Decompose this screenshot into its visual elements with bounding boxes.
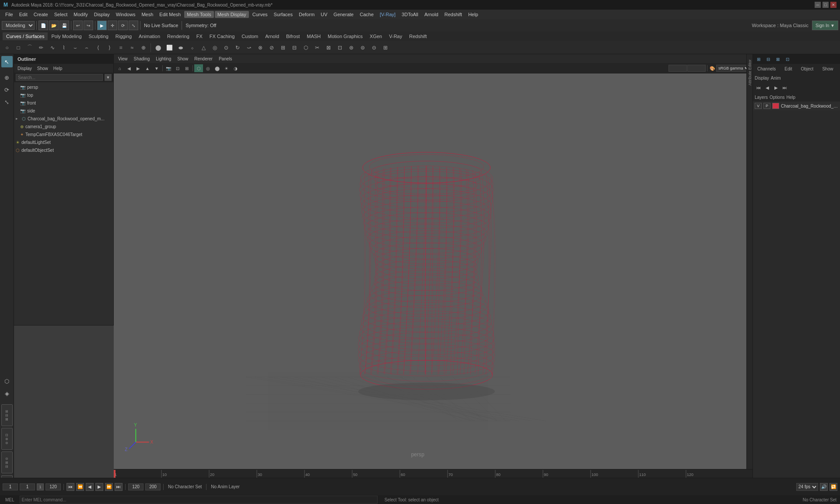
outliner-show-menu[interactable]: Show — [35, 66, 50, 71]
rotate-tool-btn[interactable]: ⟳ — [1, 84, 13, 95]
menu-mesh-tools[interactable]: Mesh Tools — [184, 11, 214, 18]
menu2-sculpting[interactable]: Sculpting — [85, 32, 112, 40]
mode-dropdown[interactable]: Modeling — [2, 21, 35, 30]
sign-in-btn[interactable]: Sign In ▼ — [812, 21, 838, 30]
outliner-search-input[interactable] — [16, 74, 103, 81]
list-item[interactable]: ⊕ camera1_group — [14, 122, 113, 130]
menu2-rendering[interactable]: Rendering — [164, 32, 193, 40]
layer-prev-prev-btn[interactable]: ⏮ — [755, 84, 763, 91]
outliner-display-menu[interactable]: Display — [16, 66, 34, 71]
display-subtab[interactable]: Display — [755, 76, 769, 80]
undo-btn[interactable]: ↩ — [73, 21, 83, 30]
curve-bezier-btn[interactable]: ⌇ — [59, 42, 69, 53]
boolean-btn[interactable]: ⊡ — [335, 42, 345, 53]
menu2-motion-graphics[interactable]: Motion Graphics — [324, 32, 366, 40]
layer-icon-btn2[interactable]: ⊟ — [764, 55, 772, 63]
paint-tool-btn[interactable]: ◈ — [1, 388, 13, 399]
vp-next-btn[interactable]: ▶ — [134, 64, 143, 72]
frame-current-input[interactable] — [20, 483, 35, 490]
attribute-editor-label[interactable]: Attribute Editor — [747, 56, 752, 89]
vp-menu-renderer[interactable]: Renderer — [192, 54, 215, 63]
detach-btn[interactable]: ⊜ — [357, 42, 368, 53]
curve-ep2-btn[interactable]: ⟩ — [104, 42, 115, 53]
list-item[interactable]: 📷 front — [14, 99, 113, 107]
viewport-canvas[interactable]: .wire { stroke: #cc1a3a; stroke-width: 0… — [114, 74, 752, 486]
menu2-bifrost[interactable]: Bifrost — [283, 32, 303, 40]
curve-blend-btn[interactable]: ≈ — [127, 42, 137, 53]
nurbs-torus-btn[interactable]: ◎ — [210, 42, 220, 53]
boundary-btn[interactable]: ⊞ — [278, 42, 288, 53]
play-back-btn[interactable]: ◀ — [86, 483, 94, 491]
layer-next-btn[interactable]: ▶ — [772, 84, 780, 91]
layer-icon-btn4[interactable]: ⊡ — [784, 55, 791, 63]
menu-mesh[interactable]: Mesh — [139, 11, 156, 18]
maximize-button[interactable]: □ — [822, 2, 829, 8]
curve-arc-btn[interactable]: ⌒ — [24, 42, 35, 53]
nurbs-plane-btn[interactable]: ⬦ — [187, 42, 197, 53]
layer-icon-btn[interactable]: ⊞ — [755, 55, 763, 63]
anim-subtab[interactable]: Anim — [771, 76, 781, 80]
untrim-btn[interactable]: ⊠ — [323, 42, 334, 53]
curve-offset-btn[interactable]: ⌗ — [116, 42, 126, 53]
rotate-btn[interactable]: ⟳ — [118, 21, 128, 30]
outliner-help-menu[interactable]: Help — [52, 66, 64, 71]
menu-uv[interactable]: UV — [318, 11, 330, 18]
audio-btn[interactable]: 🔊 — [820, 483, 828, 491]
menu-select[interactable]: Select — [52, 11, 70, 18]
layer-icon-btn3[interactable]: ⊠ — [774, 55, 782, 63]
menu-3dtoall[interactable]: 3DToAll — [399, 11, 421, 18]
range-end1-input[interactable] — [128, 483, 144, 490]
list-item[interactable]: 📷 top — [14, 91, 113, 99]
close-button[interactable]: ✕ — [830, 2, 836, 8]
list-item[interactable]: 📷 persp — [14, 83, 113, 91]
channels-tab[interactable]: Channels — [755, 66, 778, 72]
vp-menu-lighting[interactable]: Lighting — [153, 54, 174, 63]
icon-panel3[interactable]: ⊝⊞⊟ — [1, 452, 13, 473]
vp-menu-view[interactable]: View — [116, 54, 130, 63]
range-end2-input[interactable] — [145, 483, 161, 490]
extrude-btn[interactable]: ⤻ — [244, 42, 254, 53]
nurbs-sphere-btn[interactable]: ⬤ — [153, 42, 163, 53]
curve-pencil-btn[interactable]: ✏ — [36, 42, 46, 53]
fps-select[interactable]: 24 fps — [796, 483, 818, 491]
vp-texture-btn[interactable]: ⬤ — [213, 64, 221, 72]
menu-deform[interactable]: Deform — [296, 11, 317, 18]
menu2-vray[interactable]: V-Ray — [385, 32, 406, 40]
menu-create[interactable]: Create — [31, 11, 51, 18]
curve-3pt-btn[interactable]: ⌢ — [81, 42, 92, 53]
vp-shadow-btn[interactable]: ◑ — [231, 64, 240, 72]
vp-menu-panels[interactable]: Panels — [216, 54, 235, 63]
scale-btn[interactable]: ⤡ — [129, 21, 138, 30]
nurbs-cube-btn[interactable]: ⬜ — [164, 42, 175, 53]
menu2-mash[interactable]: MASH — [303, 32, 324, 40]
revolve-btn[interactable]: ↻ — [232, 42, 243, 53]
curve-circle-btn[interactable]: ○ — [2, 42, 12, 53]
step-back-btn[interactable]: ⏪ — [76, 483, 84, 491]
vp-wireframe-btn[interactable]: ⬡ — [194, 64, 203, 72]
menu-display[interactable]: Display — [91, 11, 112, 18]
snap-tool-btn[interactable]: ⬡ — [1, 375, 13, 387]
curve-cv-btn[interactable]: ⟨ — [93, 42, 103, 53]
select-mode-btn[interactable]: ▶ — [97, 21, 107, 30]
list-item[interactable]: ☀ defaultLightSet — [14, 138, 113, 146]
frame-start-input[interactable] — [3, 483, 18, 490]
menu2-curves-surfaces[interactable]: Curves / Surfaces — [3, 32, 48, 40]
menu2-rigging[interactable]: Rigging — [112, 32, 135, 40]
playback-end-input[interactable] — [46, 483, 61, 490]
menu-cache[interactable]: Cache — [357, 11, 376, 18]
save-btn[interactable]: 💾 — [60, 21, 69, 30]
loft-btn[interactable]: ⊗ — [255, 42, 266, 53]
list-item[interactable]: ✦ TempCamFBXASC046Target — [14, 130, 113, 138]
nurbs-cone-btn[interactable]: △ — [198, 42, 209, 53]
menu2-fx-caching[interactable]: FX Caching — [206, 32, 238, 40]
options-tab[interactable]: Options — [770, 95, 784, 100]
play-fwd-btn[interactable]: ▶ — [95, 483, 103, 491]
move-btn[interactable]: ✛ — [108, 21, 117, 30]
redo-btn[interactable]: ↪ — [84, 21, 93, 30]
minimize-button[interactable]: ─ — [815, 2, 821, 8]
curve-arc2-btn[interactable]: ⌣ — [70, 42, 80, 53]
vp-smooth-btn[interactable]: ◎ — [203, 64, 212, 72]
icon-panel1[interactable]: ⊞⊟⊠ — [1, 404, 13, 426]
layers-tab[interactable]: Layers — [755, 95, 768, 100]
curve-attach-btn[interactable]: ⊕ — [138, 42, 149, 53]
